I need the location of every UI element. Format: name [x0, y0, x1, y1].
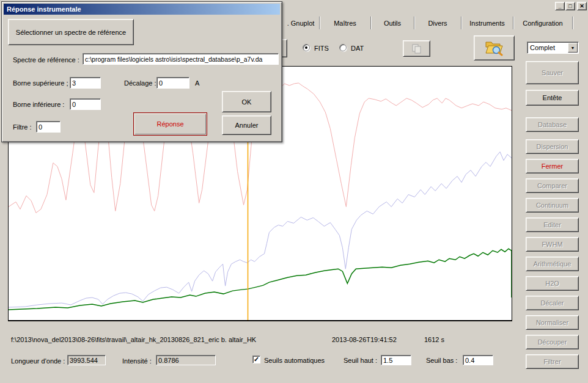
filter-field[interactable]: [36, 121, 61, 133]
sidebar-button-h2o[interactable]: H2O: [526, 276, 579, 291]
observation-datetime: 2013-08-26T19:41:52: [332, 336, 397, 343]
series-green_spectrum: [9, 249, 512, 310]
sidebar-button-continuum[interactable]: Continuum: [526, 198, 579, 213]
menu-bar: . Gnuplot Maîtres Outils Divers Instrume…: [282, 16, 573, 29]
menu-item-outils[interactable]: Outils: [371, 16, 414, 29]
annuler-button[interactable]: Annuler: [222, 115, 271, 135]
auto-thresholds-label: Seuils automatiques: [264, 357, 325, 364]
app-window: _ □ ✕ . Gnuplot Maîtres Outils Divers In…: [0, 0, 588, 383]
menu-item-divers[interactable]: Divers: [414, 16, 461, 29]
exposure-time: 1612 s: [424, 336, 444, 343]
reponse-instrumentale-dialog: Réponse instrumentale Sélectionner un sp…: [1, 1, 282, 142]
lower-bound-field[interactable]: [70, 98, 101, 110]
menu-item-configuration[interactable]: Configuration: [513, 16, 573, 29]
ok-button[interactable]: OK: [222, 91, 271, 112]
threshold-low-field[interactable]: [463, 355, 493, 365]
wavelength-field[interactable]: [67, 355, 106, 365]
close-icon: ✕: [579, 4, 584, 9]
dat-radio[interactable]: [339, 44, 347, 51]
offset-label: Décalage :: [124, 79, 156, 87]
chevron-down-icon[interactable]: ▼: [568, 43, 578, 53]
sidebar-button-decaler[interactable]: Décaler: [526, 296, 579, 310]
fits-radio[interactable]: [303, 44, 310, 51]
maximize-icon: □: [568, 4, 571, 9]
display-mode-value: Complet: [527, 44, 567, 51]
intensity-field[interactable]: [156, 355, 216, 365]
sidebar-button-decouper[interactable]: Découper: [526, 335, 579, 349]
threshold-low-label: Seuil bas :: [426, 357, 457, 364]
sidebar-button-arithmetique[interactable]: Arithmétique: [526, 257, 579, 271]
dat-radio-label: DAT: [351, 45, 364, 52]
maximize-button[interactable]: □: [565, 2, 575, 10]
close-button[interactable]: ✕: [577, 2, 587, 10]
radio-dot: [305, 46, 307, 49]
reference-spectrum-label: Spectre de référence :: [13, 56, 79, 64]
minimize-icon: _: [558, 4, 561, 9]
menu-item-gnuplot[interactable]: . Gnuplot: [282, 16, 320, 29]
sidebar-button-editer[interactable]: Editer: [526, 217, 579, 232]
offset-field[interactable]: [156, 77, 189, 89]
copy-icon: [410, 43, 424, 54]
open-file-button[interactable]: [474, 35, 515, 60]
filter-label: Filtre :: [13, 123, 32, 131]
sidebar-button-normaliser[interactable]: Normaliser: [526, 315, 579, 330]
sidebar-button-sauver[interactable]: Sauver: [526, 61, 579, 84]
menu-item-maitres[interactable]: Maîtres: [320, 16, 371, 29]
check-icon: ✓: [254, 356, 259, 363]
auto-thresholds-checkbox[interactable]: ✓: [252, 356, 260, 363]
select-reference-button[interactable]: Sélectionner un spectre de référence: [8, 19, 134, 45]
upper-bound-field[interactable]: [70, 77, 101, 89]
fits-radio-label: FITS: [314, 45, 329, 52]
display-mode-select[interactable]: Complet ▼: [527, 42, 579, 54]
reponse-button[interactable]: Réponse: [133, 112, 207, 136]
file-path: f:\2013\nova_del2013\08-26\fits\travail\…: [11, 336, 256, 343]
intensity-label: Intensité :: [122, 357, 152, 365]
sidebar-button-database[interactable]: Database: [526, 117, 579, 132]
folder-search-icon: [485, 40, 504, 56]
sidebar-button-dispersion[interactable]: Dispersion: [526, 139, 579, 154]
minimize-button[interactable]: _: [555, 2, 565, 10]
sidebar-button-fwhm[interactable]: FWHM: [526, 237, 579, 252]
threshold-high-field[interactable]: [381, 355, 411, 365]
sidebar-button-comparer[interactable]: Comparer: [526, 178, 579, 193]
menu-item-instruments[interactable]: Instruments: [461, 16, 513, 29]
threshold-high-label: Seuil haut :: [344, 357, 377, 364]
copy-button[interactable]: [403, 40, 430, 57]
lower-bound-label: Borne inférieure :: [13, 101, 64, 108]
sidebar-button-filtrer[interactable]: Filtrer: [526, 354, 579, 369]
sidebar-button-fermer[interactable]: Fermer: [526, 159, 579, 173]
dialog-title: Réponse instrumentale: [7, 5, 81, 13]
offset-unit: A: [195, 79, 199, 87]
series-blue_spectrum: [9, 152, 512, 307]
reference-spectrum-field[interactable]: [83, 53, 279, 65]
upper-bound-label: Borne supérieure ;: [13, 79, 68, 87]
wavelength-label: Longueur d'onde :: [11, 357, 65, 365]
sidebar-button-entete[interactable]: Entête: [526, 90, 579, 106]
dialog-titlebar[interactable]: Réponse instrumentale: [4, 4, 280, 15]
